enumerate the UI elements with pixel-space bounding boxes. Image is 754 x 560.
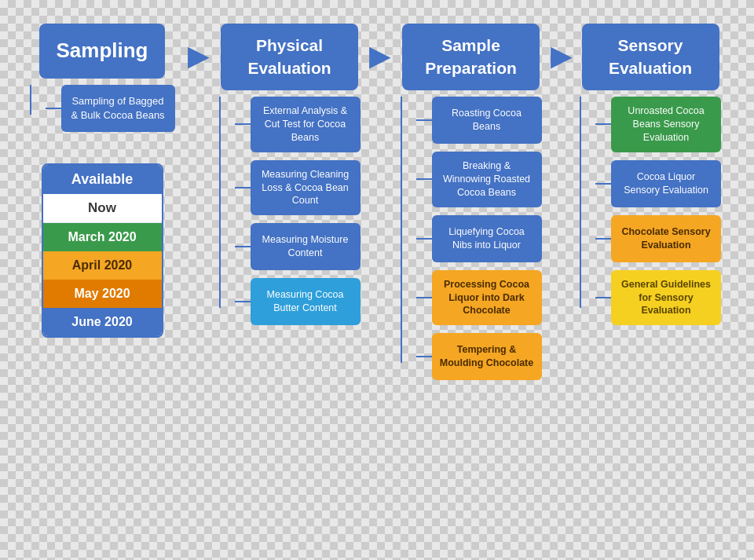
list-item: Measuring Cleaning Loss & Cocoa Bean Cou… <box>235 160 361 216</box>
sample-prep-column: SamplePreparation Roasting Cocoa Beans B… <box>394 24 547 388</box>
list-item: Unroasted Cocoa Beans Sensory Evaluation <box>595 97 721 152</box>
available-title: Available <box>43 165 162 194</box>
list-item: Cocoa Liquor Sensory Evaluation <box>595 160 721 207</box>
item-box[interactable]: Measuring Cleaning Loss & Cocoa Bean Cou… <box>251 160 361 216</box>
item-box[interactable]: Sampling of Bagged & Bulk Cocoa Beans <box>61 85 175 132</box>
h-connector <box>595 297 611 298</box>
sample-prep-items: Roasting Cocoa Beans Breaking & Winnowin… <box>401 97 542 388</box>
avail-june[interactable]: June 2020 <box>43 308 162 336</box>
item-box[interactable]: Liquefying Cocoa Nibs into Liquor <box>432 215 542 262</box>
item-box[interactable]: Processing Cocoa Liquor into Dark Chocol… <box>432 270 542 326</box>
item-box[interactable]: Measuring Moisture Content <box>251 223 361 270</box>
sampling-items: Sampling of Bagged & Bulk Cocoa Beans <box>30 85 175 140</box>
item-box[interactable]: Measuring Cocoa Butter Content <box>251 278 361 325</box>
item-box[interactable]: Breaking & Winnowing Roasted Cocoa Beans <box>432 152 542 207</box>
h-connector <box>235 301 251 302</box>
h-connector <box>46 108 61 109</box>
sampling-header: Sampling <box>39 24 165 79</box>
avail-march[interactable]: March 2020 <box>43 223 162 251</box>
list-item: Tempering & Moulding Chocolate <box>416 333 542 380</box>
item-box[interactable]: External Analysis & Cut Test for Cocoa B… <box>251 97 361 152</box>
item-box[interactable]: Cocoa Liquor Sensory Evaluation <box>611 160 721 207</box>
list-item: Roasting Cocoa Beans <box>416 97 542 144</box>
list-item: Breaking & Winnowing Roasted Cocoa Beans <box>416 152 542 207</box>
h-connector <box>235 187 251 188</box>
h-connector <box>416 119 432 121</box>
item-box[interactable]: Unroasted Cocoa Beans Sensory Evaluation <box>611 97 721 152</box>
list-item: Chocolate Sensory Evaluation <box>595 215 721 262</box>
list-item: Liquefying Cocoa Nibs into Liquor <box>416 215 542 262</box>
sensory-header: SensoryEvaluation <box>582 24 719 90</box>
physical-items: External Analysis & Cut Test for Cocoa B… <box>219 97 361 333</box>
list-item: External Analysis & Cut Test for Cocoa B… <box>235 97 361 152</box>
h-connector <box>595 238 611 240</box>
list-item: Measuring Cocoa Butter Content <box>235 278 361 325</box>
list-item: Sampling of Bagged & Bulk Cocoa Beans <box>46 85 175 132</box>
h-connector <box>235 246 251 247</box>
arrow-3: ▶ <box>547 39 576 72</box>
list-item: Processing Cocoa Liquor into Dark Chocol… <box>416 270 542 326</box>
sampling-column: Sampling Sampling of Bagged & Bulk Cocoa… <box>20 24 185 338</box>
h-connector <box>416 238 432 240</box>
h-connector <box>595 123 611 125</box>
h-connector <box>416 356 432 357</box>
available-now: Now <box>43 194 162 223</box>
list-item: Measuring Moisture Content <box>235 223 361 270</box>
available-section: Available Now March 2020 April 2020 May … <box>42 163 163 338</box>
item-box[interactable]: Chocolate Sensory Evaluation <box>611 215 721 262</box>
list-item: General Guidelines for Sensory Evaluatio… <box>595 270 721 326</box>
h-connector <box>416 178 432 180</box>
item-box[interactable]: Roasting Cocoa Beans <box>432 97 542 144</box>
arrow-1: ▶ <box>185 39 213 72</box>
arrow-2: ▶ <box>366 39 394 72</box>
sensory-items: Unroasted Cocoa Beans Sensory Evaluation… <box>580 97 721 333</box>
item-box[interactable]: Tempering & Moulding Chocolate <box>432 333 542 380</box>
sample-prep-header: SamplePreparation <box>402 24 540 90</box>
physical-column: PhysicalEvaluation External Analysis & C… <box>213 24 366 333</box>
h-connector <box>416 297 432 298</box>
physical-header: PhysicalEvaluation <box>221 24 358 90</box>
avail-may[interactable]: May 2020 <box>43 280 162 308</box>
avail-april[interactable]: April 2020 <box>43 251 162 280</box>
sensory-column: SensoryEvaluation Unroasted Cocoa Beans … <box>576 24 725 333</box>
diagram: Sampling Sampling of Bagged & Bulk Cocoa… <box>16 16 738 396</box>
item-box[interactable]: General Guidelines for Sensory Evaluatio… <box>611 270 721 326</box>
h-connector <box>595 183 611 185</box>
h-connector <box>235 123 251 125</box>
